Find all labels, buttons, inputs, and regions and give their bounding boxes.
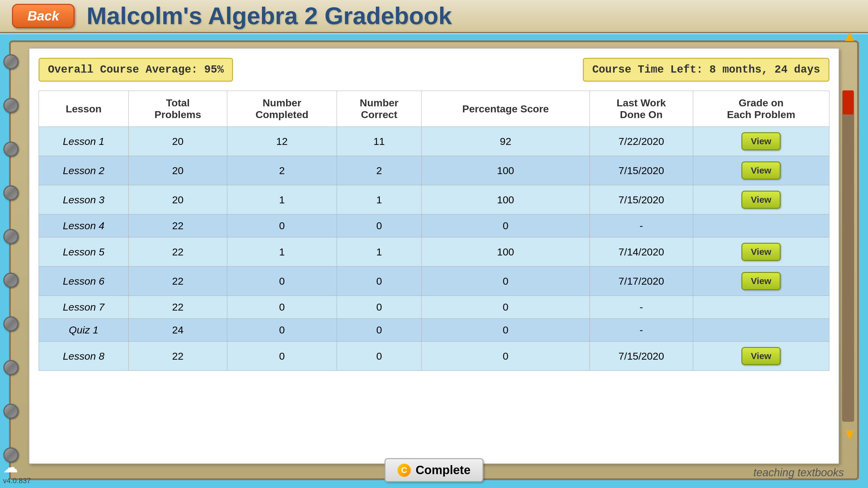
number-completed: 2 <box>227 156 337 185</box>
total-problems: 22 <box>128 341 227 371</box>
percentage-score: 0 <box>421 296 590 319</box>
number-correct: 0 <box>337 319 421 341</box>
col-total-problems: TotalProblems <box>128 91 227 127</box>
scrollbar-track <box>842 90 854 422</box>
number-correct: 11 <box>337 127 421 156</box>
ring-9 <box>3 404 19 419</box>
view-button[interactable]: View <box>741 243 781 261</box>
grade-on-each-problem[interactable]: View <box>693 156 829 185</box>
grade-on-each-problem <box>693 296 829 319</box>
percentage-score: 100 <box>421 185 590 215</box>
table-row: Quiz 124000- <box>39 319 830 341</box>
percentage-score: 0 <box>421 267 590 296</box>
version-text: v4.0.837 <box>3 477 31 485</box>
percentage-score: 100 <box>421 156 590 185</box>
last-work: - <box>590 296 693 319</box>
last-work: 7/22/2020 <box>590 127 693 156</box>
percentage-score: 0 <box>421 319 590 341</box>
table-row: Lesson 6220007/17/2020View <box>39 267 830 296</box>
scrollbar: ▲ ▼ <box>842 66 854 422</box>
grade-on-each-problem <box>693 319 829 341</box>
view-button[interactable]: View <box>741 161 781 180</box>
percentage-score: 100 <box>421 237 590 267</box>
total-problems: 24 <box>128 319 227 341</box>
col-last-work: Last WorkDone On <box>590 91 693 127</box>
table-row: Lesson 422000- <box>39 215 830 237</box>
grade-on-each-problem[interactable]: View <box>693 267 829 296</box>
ring-3 <box>3 141 19 157</box>
ring-2 <box>3 98 19 113</box>
ring-5 <box>3 229 19 244</box>
number-correct: 1 <box>337 185 421 215</box>
lesson-name: Lesson 7 <box>39 296 129 319</box>
back-button[interactable]: Back <box>12 4 74 28</box>
number-completed: 0 <box>227 215 337 237</box>
notebook-rings <box>3 54 19 488</box>
header: Back Malcolm's Algebra 2 Gradebook <box>0 0 868 33</box>
col-percentage-score: Percentage Score <box>421 91 590 127</box>
view-button[interactable]: View <box>741 132 781 150</box>
total-problems: 22 <box>128 296 227 319</box>
last-work: 7/15/2020 <box>590 185 693 215</box>
table-row: Lesson 722000- <box>39 296 830 319</box>
lesson-name: Lesson 5 <box>39 237 129 267</box>
percentage-score: 0 <box>421 341 590 371</box>
table-row: Lesson 320111007/15/2020View <box>39 185 830 215</box>
grade-on-each-problem[interactable]: View <box>693 237 829 267</box>
total-problems: 20 <box>128 185 227 215</box>
complete-label: Complete <box>415 463 470 477</box>
page-area: Overall Course Average: 95% Course Time … <box>29 48 839 464</box>
lesson-name: Lesson 3 <box>39 185 129 215</box>
table-row: Lesson 1201211927/22/2020View <box>39 127 830 156</box>
grade-on-each-problem[interactable]: View <box>693 341 829 371</box>
total-problems: 20 <box>128 127 227 156</box>
table-row: Lesson 8220007/15/2020View <box>39 341 830 371</box>
percentage-score: 92 <box>421 127 590 156</box>
course-average-badge: Overall Course Average: 95% <box>38 58 233 82</box>
table-row: Lesson 522111007/14/2020View <box>39 237 830 267</box>
lesson-name: Quiz 1 <box>39 319 129 341</box>
number-correct: 0 <box>337 215 421 237</box>
notebook-area: Overall Course Average: 95% Course Time … <box>9 40 859 480</box>
number-completed: 0 <box>227 267 337 296</box>
scrollbar-handle[interactable] <box>843 90 854 115</box>
tt-logo: teaching textbooks <box>753 466 844 479</box>
lesson-name: Lesson 4 <box>39 215 129 237</box>
ring-6 <box>3 272 19 288</box>
view-button[interactable]: View <box>741 347 781 365</box>
lesson-name: Lesson 8 <box>39 341 129 371</box>
grade-on-each-problem[interactable]: View <box>693 127 829 156</box>
total-problems: 22 <box>128 215 227 237</box>
page-title: Malcolm's Algebra 2 Gradebook <box>87 2 452 30</box>
scroll-down-arrow[interactable]: ▼ <box>842 425 857 443</box>
col-number-correct: NumberCorrect <box>337 91 421 127</box>
last-work: 7/15/2020 <box>590 341 693 371</box>
scroll-up-arrow[interactable]: ▲ <box>842 27 857 44</box>
background: Overall Course Average: 95% Course Time … <box>0 34 868 488</box>
view-button[interactable]: View <box>741 191 781 209</box>
last-work: 7/15/2020 <box>590 156 693 185</box>
last-work: - <box>590 319 693 341</box>
complete-button[interactable]: C Complete <box>384 458 484 482</box>
col-grade-on-each: Grade onEach Problem <box>693 91 829 127</box>
number-completed: 0 <box>227 296 337 319</box>
number-completed: 1 <box>227 237 337 267</box>
number-completed: 1 <box>227 185 337 215</box>
percentage-score: 0 <box>421 215 590 237</box>
ring-8 <box>3 360 19 375</box>
number-completed: 0 <box>227 341 337 371</box>
last-work: 7/14/2020 <box>590 237 693 267</box>
grade-on-each-problem[interactable]: View <box>693 185 829 215</box>
number-correct: 0 <box>337 341 421 371</box>
last-work: 7/17/2020 <box>590 267 693 296</box>
complete-section: C Complete <box>384 458 484 482</box>
number-correct: 2 <box>337 156 421 185</box>
lesson-name: Lesson 2 <box>39 156 129 185</box>
number-correct: 0 <box>337 296 421 319</box>
ring-7 <box>3 316 19 331</box>
number-correct: 1 <box>337 237 421 267</box>
number-completed: 12 <box>227 127 337 156</box>
col-lesson: Lesson <box>39 91 129 127</box>
view-button[interactable]: View <box>741 272 781 290</box>
gradebook-table: Lesson TotalProblems NumberCompleted Num… <box>38 91 830 371</box>
